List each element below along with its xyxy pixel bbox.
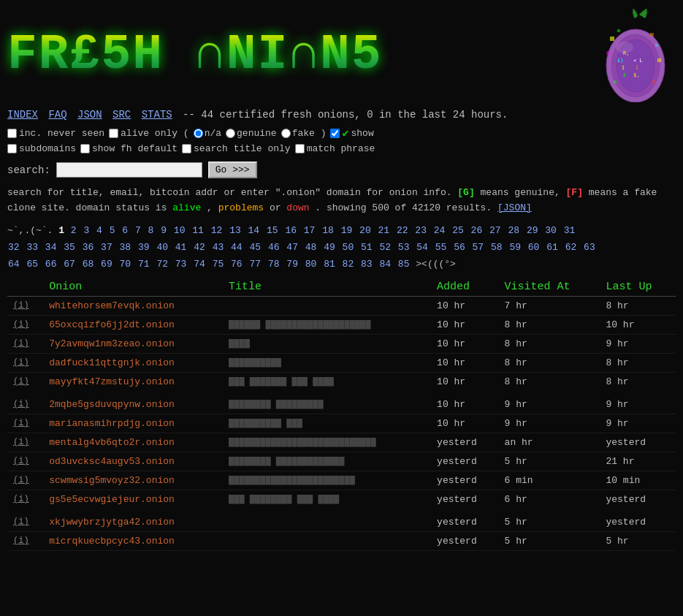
page-78[interactable]: 78: [268, 259, 280, 270]
page-14[interactable]: 14: [248, 225, 260, 236]
subdomains-option[interactable]: subdomains: [7, 143, 76, 154]
row-info-link[interactable]: (i): [7, 490, 43, 511]
inc-never-seen-checkbox[interactable]: [7, 129, 17, 138]
page-70[interactable]: 70: [120, 259, 131, 270]
page-45[interactable]: 45: [249, 242, 261, 253]
page-42[interactable]: 42: [194, 242, 205, 253]
row-info-link[interactable]: (i): [7, 372, 43, 393]
page-43[interactable]: 43: [213, 242, 224, 253]
onion-link[interactable]: 7y2avmqw1nm3zeao.onion: [49, 338, 175, 349]
page-47[interactable]: 47: [286, 242, 298, 253]
onion-link[interactable]: marianasmihrpdjg.onion: [49, 418, 175, 429]
page-7[interactable]: 7: [135, 225, 141, 236]
page-8[interactable]: 8: [148, 225, 154, 236]
row-info-link[interactable]: (i): [7, 531, 43, 550]
page-75[interactable]: 75: [213, 259, 224, 270]
page-73[interactable]: 73: [175, 259, 187, 270]
page-28[interactable]: 28: [508, 225, 519, 236]
page-67[interactable]: 67: [64, 259, 75, 270]
page-23[interactable]: 23: [415, 225, 427, 236]
page-18[interactable]: 18: [322, 225, 334, 236]
onion-link[interactable]: mentalg4vb6qto2r.onion: [49, 437, 175, 448]
page-24[interactable]: 24: [434, 225, 446, 236]
page-71[interactable]: 71: [138, 259, 150, 270]
page-46[interactable]: 46: [268, 242, 280, 253]
page-10[interactable]: 10: [174, 225, 186, 236]
page-62[interactable]: 62: [565, 242, 577, 253]
page-11[interactable]: 11: [192, 225, 204, 236]
page-51[interactable]: 51: [361, 242, 373, 253]
page-68[interactable]: 68: [83, 259, 94, 270]
alive-only-option[interactable]: alive only (: [109, 128, 189, 139]
onion-link[interactable]: gs5e5ecvwgiejeur.onion: [49, 494, 175, 505]
page-64[interactable]: 64: [8, 259, 20, 270]
onion-link[interactable]: scwmwsig5mvoyz32.onion: [49, 475, 175, 486]
onion-link[interactable]: mayyfkt47zmstujy.onion: [49, 376, 175, 387]
page-41[interactable]: 41: [175, 242, 187, 253]
alive-only-checkbox[interactable]: [109, 129, 118, 138]
page-84[interactable]: 84: [379, 259, 391, 270]
page-4[interactable]: 4: [96, 225, 102, 236]
page-2[interactable]: 2: [71, 225, 77, 236]
fake-option[interactable]: fake ): [281, 128, 327, 139]
genuine-radio[interactable]: [226, 129, 235, 138]
onion-link[interactable]: whitehorsem7evqk.onion: [49, 300, 175, 311]
page-15[interactable]: 15: [267, 225, 278, 236]
page-29[interactable]: 29: [527, 225, 538, 236]
inc-never-seen-option[interactable]: inc. never seen: [7, 128, 104, 139]
page-53[interactable]: 53: [398, 242, 410, 253]
page-74[interactable]: 74: [194, 259, 205, 270]
search-input[interactable]: [56, 162, 202, 178]
page-80[interactable]: 80: [305, 259, 317, 270]
page-31[interactable]: 31: [564, 225, 576, 236]
nav-faq[interactable]: FAQ: [48, 109, 66, 121]
row-info-link[interactable]: (i): [7, 393, 43, 414]
page-58[interactable]: 58: [491, 242, 503, 253]
page-79[interactable]: 79: [286, 259, 298, 270]
page-36[interactable]: 36: [83, 242, 94, 253]
nav-src[interactable]: SRC: [112, 109, 131, 121]
search-title-option[interactable]: search title only: [182, 143, 291, 154]
page-56[interactable]: 56: [454, 242, 465, 253]
onion-link[interactable]: 65oxcqizfo6jj2dt.onion: [49, 319, 175, 330]
page-32[interactable]: 32: [8, 242, 20, 253]
row-info-link[interactable]: (i): [7, 452, 43, 471]
show-fh-checkbox[interactable]: [80, 144, 90, 153]
row-info-link[interactable]: (i): [7, 296, 43, 315]
page-61[interactable]: 61: [546, 242, 558, 253]
show-checkbox[interactable]: [330, 129, 340, 138]
page-6[interactable]: 6: [122, 225, 128, 236]
nav-json[interactable]: JSON: [77, 109, 102, 121]
search-title-checkbox[interactable]: [182, 144, 191, 153]
page-16[interactable]: 16: [285, 225, 297, 236]
na-radio[interactable]: [194, 129, 203, 138]
page-5[interactable]: 5: [110, 225, 115, 236]
json-link[interactable]: [JSON]: [497, 202, 532, 213]
page-25[interactable]: 25: [452, 225, 464, 236]
page-65[interactable]: 65: [26, 259, 38, 270]
page-12[interactable]: 12: [211, 225, 223, 236]
nav-index[interactable]: INDEX: [7, 109, 38, 121]
page-33[interactable]: 33: [26, 242, 38, 253]
page-20[interactable]: 20: [359, 225, 371, 236]
page-9[interactable]: 9: [161, 225, 167, 236]
row-info-link[interactable]: (i): [7, 511, 43, 532]
row-info-link[interactable]: (i): [7, 334, 43, 353]
page-50[interactable]: 50: [343, 242, 354, 253]
search-button[interactable]: Go >>>: [208, 161, 257, 178]
page-40[interactable]: 40: [156, 242, 168, 253]
genuine-option[interactable]: genuine: [226, 128, 277, 139]
page-82[interactable]: 82: [343, 259, 354, 270]
page-57[interactable]: 57: [473, 242, 484, 253]
page-85[interactable]: 85: [398, 259, 410, 270]
page-60[interactable]: 60: [528, 242, 540, 253]
show-fh-option[interactable]: show fh default: [80, 143, 178, 154]
page-21[interactable]: 21: [378, 225, 390, 236]
page-22[interactable]: 22: [397, 225, 408, 236]
page-3[interactable]: 3: [83, 225, 89, 236]
page-77[interactable]: 77: [249, 259, 261, 270]
nav-stats[interactable]: STATS: [142, 109, 172, 121]
row-info-link[interactable]: (i): [7, 353, 43, 372]
page-17[interactable]: 17: [304, 225, 316, 236]
page-35[interactable]: 35: [64, 242, 75, 253]
